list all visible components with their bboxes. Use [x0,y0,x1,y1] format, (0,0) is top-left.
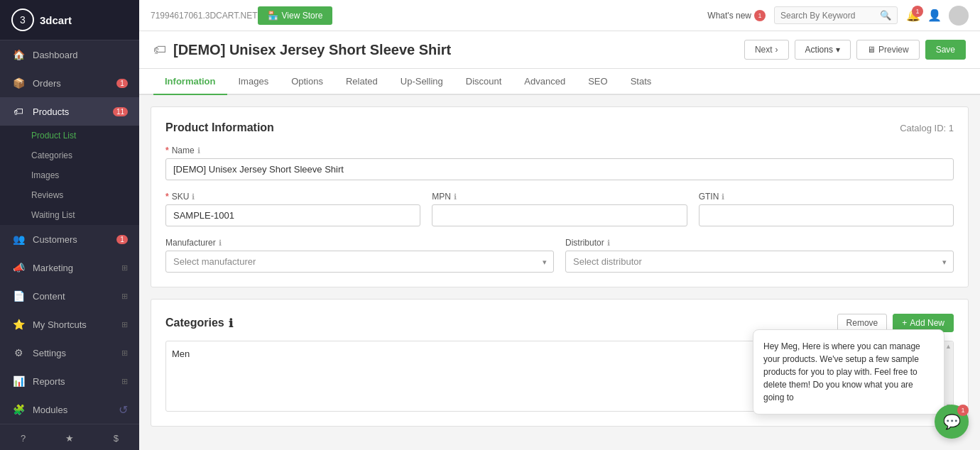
mpn-group: MPN ℹ [432,192,687,226]
sidebar-item-modules[interactable]: 🧩 Modules ↺ [0,395,139,424]
product-information-section: Product Information Catalog ID: 1 * Name… [151,106,969,287]
manufacturer-group: Manufacturer ℹ Select manufacturer ▾ [165,238,554,273]
sidebar-subitem-reviews[interactable]: Reviews [0,185,139,205]
sku-mpn-gtin-row: * SKU ℹ MPN ℹ GTIN ℹ [165,192,954,226]
tab-discount[interactable]: Discount [454,69,513,95]
plus-icon: + [902,318,907,328]
actions-button[interactable]: Actions ▾ [795,40,851,60]
mpn-info-icon[interactable]: ℹ [454,192,457,202]
name-group: * Name ℹ [165,146,954,180]
sidebar-item-my-shortcuts[interactable]: ⭐ My Shortcuts ⊞ [0,310,139,339]
manufacturer-select-wrapper: Select manufacturer ▾ [165,251,554,273]
products-badge: 11 [113,107,128,116]
preview-button[interactable]: 🖥 Preview [856,40,920,60]
sidebar-subitem-product-list[interactable]: Product List [0,126,139,146]
tab-stats[interactable]: Stats [619,69,663,95]
tab-options[interactable]: Options [280,69,334,95]
sidebar-subitem-images[interactable]: Images [0,165,139,185]
page-title: [DEMO] Unisex Jersey Short Sleeve Shirt [173,42,451,58]
search-icon: 🔍 [880,10,891,21]
sidebar-item-content[interactable]: 📄 Content ⊞ [0,282,139,310]
tab-up-selling[interactable]: Up-Selling [389,69,454,95]
orders-icon: 📦 [11,76,26,90]
user-icon-button[interactable]: 👤 [927,9,942,22]
gtin-group: GTIN ℹ [699,192,954,226]
customers-icon: 👥 [11,232,26,246]
tab-information[interactable]: Information [153,69,227,95]
sku-input[interactable] [165,204,420,226]
gtin-info-icon[interactable]: ℹ [722,192,724,202]
search-box[interactable]: 🔍 [774,6,898,24]
chat-fab-badge: 1 [957,405,969,416]
section-header: Product Information Catalog ID: 1 [165,121,954,134]
manufacturer-select[interactable]: Select manufacturer [165,251,554,273]
product-tabs: Information Images Options Related Up-Se… [139,69,980,95]
products-icon: 🏷 [11,104,26,119]
sidebar-item-marketing[interactable]: 📣 Marketing ⊞ [0,253,139,282]
content-icon: 📄 [11,289,26,303]
sku-group: * SKU ℹ [165,192,420,226]
store-icon: 🏪 [268,11,278,21]
chat-popup: Hey Meg, Here is where you can manage yo… [753,329,944,415]
avatar[interactable] [949,6,969,26]
categories-title: Categories ℹ [165,317,233,330]
star-button[interactable]: ★ [46,424,92,450]
name-input[interactable] [165,158,954,180]
sidebar: 3 3dcart 🏠 Dashboard 📦 Orders 1 🏷 Produc… [0,0,139,450]
tab-related[interactable]: Related [334,69,389,95]
dropdown-icon: ▾ [836,45,840,55]
whats-new-badge: 1 [754,10,766,21]
sidebar-item-orders[interactable]: 📦 Orders 1 [0,69,139,97]
name-info-icon[interactable]: ℹ [197,146,200,155]
manufacturer-info-icon[interactable]: ℹ [219,238,222,248]
sidebar-subitem-categories[interactable]: Categories [0,146,139,165]
title-row: 🏷 [DEMO] Unisex Jersey Short Sleeve Shir… [153,42,451,58]
sidebar-item-settings[interactable]: ⚙ Settings ⊞ [0,339,139,367]
tab-images[interactable]: Images [227,69,281,95]
logo-icon: 3 [11,9,34,31]
manufacturer-distributor-row: Manufacturer ℹ Select manufacturer ▾ Dis… [165,238,954,273]
chat-fab-button[interactable]: 💬 1 [935,405,969,439]
view-store-button[interactable]: 🏪 View Store [258,6,333,25]
distributor-info-icon[interactable]: ℹ [607,238,610,248]
sidebar-item-dashboard[interactable]: 🏠 Dashboard [0,40,139,69]
distributor-select[interactable]: Select distributor [565,251,954,273]
shortcuts-expand-icon: ⊞ [121,320,128,329]
categories-scrollbar: ▲ ▼ [943,341,953,411]
orders-badge: 1 [116,79,128,88]
chevron-right-icon: › [775,45,778,55]
sidebar-item-products[interactable]: 🏷 Products 11 [0,97,139,126]
notifications-button[interactable]: 🔔 1 [906,9,920,22]
mpn-input[interactable] [432,204,687,226]
products-submenu: Product List Categories Images Reviews W… [0,126,139,225]
topbar: 71994617061.3DCART.NET 🏪 View Store What… [139,0,980,31]
reports-expand-icon: ⊞ [121,377,128,386]
notifications-badge: 1 [912,6,923,17]
sidebar-bottom: ? ★ $ [0,424,139,450]
search-input[interactable] [780,11,880,21]
preview-icon: 🖥 [867,45,876,55]
sku-info-icon[interactable]: ℹ [192,192,195,202]
reports-icon: 📊 [11,374,26,388]
sidebar-logo: 3 3dcart [0,0,139,40]
sidebar-subitem-waiting-list[interactable]: Waiting List [0,205,139,225]
header-actions: Next › Actions ▾ 🖥 Preview Save [744,40,966,60]
scroll-up-icon[interactable]: ▲ [944,341,953,376]
topbar-icons: 🔔 1 👤 [906,6,969,26]
gtin-input[interactable] [699,204,954,226]
section-title: Product Information [165,121,274,134]
distributor-select-wrapper: Select distributor ▾ [565,251,954,273]
help-button[interactable]: ? [0,424,46,450]
next-button[interactable]: Next › [744,40,789,60]
tab-seo[interactable]: SEO [577,69,619,95]
sidebar-item-customers[interactable]: 👥 Customers 1 [0,225,139,253]
whats-new[interactable]: What's new 1 [707,10,766,21]
save-button[interactable]: Save [925,40,966,60]
distributor-group: Distributor ℹ Select distributor ▾ [565,238,954,273]
marketing-icon: 📣 [11,260,26,275]
dollar-button[interactable]: $ [93,424,139,450]
dashboard-icon: 🏠 [11,48,26,62]
sidebar-item-reports[interactable]: 📊 Reports ⊞ [0,367,139,395]
tab-advanced[interactable]: Advanced [513,69,577,95]
categories-info-icon[interactable]: ℹ [229,317,233,330]
